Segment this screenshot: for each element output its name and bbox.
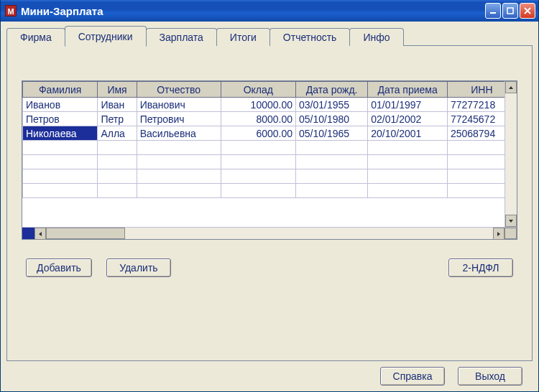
tab-employees[interactable]: Сотрудники	[65, 26, 147, 47]
table-row[interactable]: ИвановИванИванович10000.0003/01/195501/0…	[23, 98, 517, 112]
exit-button[interactable]: Выход	[458, 367, 522, 386]
maximize-button[interactable]	[502, 3, 518, 19]
window-title: Мини-Зарплата	[21, 5, 485, 17]
table-cell-empty	[98, 155, 137, 169]
tab-reports[interactable]: Отчетность	[270, 28, 351, 46]
app-icon: M	[5, 5, 17, 17]
table-cell[interactable]: Иванович	[137, 98, 221, 112]
table-cell-empty	[296, 184, 368, 198]
help-button[interactable]: Справка	[380, 367, 445, 386]
tab-totals[interactable]: Итоги	[216, 28, 270, 46]
table-cell-empty	[221, 169, 295, 184]
v-scroll-track[interactable]	[505, 93, 517, 215]
table-row[interactable]: НиколаеваАллаВасильевна6000.0005/10/1965…	[23, 126, 517, 141]
record-indicator	[22, 228, 34, 239]
vertical-scrollbar[interactable]	[505, 81, 517, 227]
table-cell[interactable]: 02/01/2002	[368, 112, 448, 126]
h-scroll-track[interactable]	[125, 228, 493, 239]
window-controls	[485, 3, 535, 19]
table-cell-empty	[137, 184, 221, 198]
table-cell-empty	[296, 141, 368, 155]
app-window: M Мини-Зарплата Фирма Сотрудники Зарплат…	[0, 0, 539, 392]
panel-actions: Добавить Удалить 2-НДФЛ	[22, 258, 517, 277]
table-cell[interactable]: 8000.00	[221, 112, 295, 126]
table-cell-empty	[23, 184, 98, 198]
scroll-corner	[505, 228, 517, 239]
grid-viewport: Фамилия Имя Отчество Оклад Дата рожд. Да…	[22, 81, 517, 227]
minimize-button[interactable]	[485, 3, 501, 19]
table-cell[interactable]: 05/10/1965	[296, 126, 368, 141]
table-cell-empty	[221, 141, 295, 155]
client-area: Фирма Сотрудники Зарплата Итоги Отчетнос…	[1, 22, 538, 391]
ndfl2-button[interactable]: 2-НДФЛ	[448, 258, 513, 277]
table-cell-empty	[23, 155, 98, 169]
table-cell[interactable]: 03/01/1955	[296, 98, 368, 112]
table-cell-empty	[23, 141, 98, 155]
close-button[interactable]	[520, 3, 535, 19]
table-cell-empty	[98, 141, 137, 155]
table-cell-empty	[296, 155, 368, 169]
scroll-up-button[interactable]	[505, 81, 517, 93]
col-salary[interactable]: Оклад	[221, 82, 295, 98]
table-cell[interactable]: 20/10/2001	[368, 126, 448, 141]
table-cell-empty	[23, 169, 98, 184]
table-cell-empty	[98, 169, 137, 184]
table-cell-empty	[368, 184, 448, 198]
horizontal-scrollbar[interactable]	[22, 227, 517, 239]
table-cell-empty	[368, 155, 448, 169]
table-cell[interactable]: Петрович	[137, 112, 221, 126]
table-cell[interactable]: Иван	[98, 98, 137, 112]
table-cell-empty	[137, 155, 221, 169]
table-cell[interactable]: Васильевна	[137, 126, 221, 141]
table-cell[interactable]: Алла	[98, 126, 137, 141]
table-cell[interactable]: 10000.00	[221, 98, 295, 112]
col-firstname[interactable]: Имя	[98, 82, 137, 98]
svg-rect-0	[490, 12, 496, 14]
table-cell-empty	[368, 141, 448, 155]
table-cell-empty	[296, 169, 368, 184]
table-row-empty	[23, 184, 517, 198]
table-row-empty	[23, 155, 517, 169]
col-hiredate[interactable]: Дата приема	[368, 82, 448, 98]
add-button[interactable]: Добавить	[26, 258, 92, 277]
grid-table: Фамилия Имя Отчество Оклад Дата рожд. Да…	[22, 81, 517, 198]
table-row-empty	[23, 141, 517, 155]
table-row[interactable]: ПетровПетрПетрович8000.0005/10/198002/01…	[23, 112, 517, 126]
h-scroll-thumb[interactable]	[46, 228, 125, 239]
tab-info[interactable]: Инфо	[349, 28, 403, 46]
table-cell-empty	[221, 155, 295, 169]
scroll-down-button[interactable]	[505, 215, 517, 227]
col-birthdate[interactable]: Дата рожд.	[296, 82, 368, 98]
grid-header-row: Фамилия Имя Отчество Оклад Дата рожд. Да…	[23, 82, 517, 98]
table-cell-empty	[137, 141, 221, 155]
svg-rect-1	[507, 8, 513, 14]
delete-button[interactable]: Удалить	[106, 258, 171, 277]
table-cell[interactable]: 01/01/1997	[368, 98, 448, 112]
table-cell-empty	[98, 184, 137, 198]
table-row-empty	[23, 169, 517, 184]
table-cell-empty	[137, 169, 221, 184]
table-cell[interactable]: 6000.00	[221, 126, 295, 141]
col-patronymic[interactable]: Отчество	[137, 82, 221, 98]
tabstrip: Фирма Сотрудники Зарплата Итоги Отчетнос…	[6, 26, 533, 46]
footer-actions: Справка Выход	[6, 361, 533, 386]
tab-panel-employees: Фамилия Имя Отчество Оклад Дата рожд. Да…	[6, 45, 533, 361]
table-cell-empty	[368, 169, 448, 184]
tab-salary[interactable]: Зарплата	[146, 28, 217, 46]
table-cell-empty	[221, 184, 295, 198]
table-cell[interactable]: Иванов	[23, 98, 98, 112]
table-cell[interactable]: 05/10/1980	[296, 112, 368, 126]
titlebar: M Мини-Зарплата	[1, 0, 538, 22]
col-lastname[interactable]: Фамилия	[23, 82, 98, 98]
table-cell[interactable]: Петров	[23, 112, 98, 126]
table-cell[interactable]: Петр	[98, 112, 137, 126]
scroll-left-button[interactable]	[34, 228, 46, 240]
table-cell[interactable]: Николаева	[23, 126, 98, 141]
employees-grid: Фамилия Имя Отчество Оклад Дата рожд. Да…	[22, 80, 517, 240]
scroll-right-button[interactable]	[493, 228, 505, 240]
tab-firm[interactable]: Фирма	[6, 28, 65, 46]
